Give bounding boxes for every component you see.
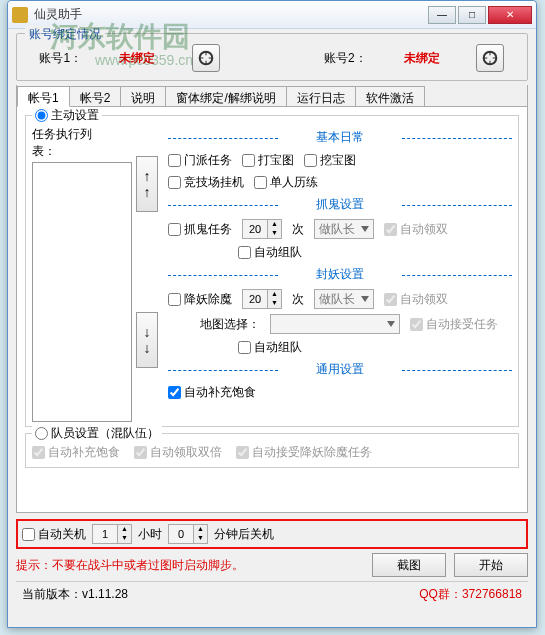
status-bar: 当前版本：v1.11.28 QQ群：372766818 bbox=[16, 581, 528, 607]
ck-arena[interactable] bbox=[168, 176, 181, 189]
ghost-section-header: 抓鬼设置 bbox=[168, 196, 512, 213]
ck-team-double bbox=[134, 446, 147, 459]
ck-auto-food[interactable] bbox=[168, 386, 181, 399]
shutdown-row: 自动关机 ▲▼ 小时 ▲▼ 分钟后关机 bbox=[16, 519, 528, 549]
active-radio[interactable] bbox=[35, 109, 48, 122]
ghost-times-spinner[interactable]: ▲▼ bbox=[242, 219, 282, 239]
acc1-status: 未绑定 bbox=[119, 50, 155, 67]
map-select[interactable] bbox=[270, 314, 400, 334]
version-text: v1.11.28 bbox=[82, 587, 128, 601]
ck-auto-accept bbox=[410, 318, 423, 331]
ck-ghost-task[interactable] bbox=[168, 223, 181, 236]
maximize-button[interactable]: □ bbox=[458, 6, 486, 24]
ck-sect-task[interactable] bbox=[168, 154, 181, 167]
monster-section-header: 封妖设置 bbox=[168, 266, 512, 283]
minimize-button[interactable]: — bbox=[428, 6, 456, 24]
tab-account2[interactable]: 帐号2 bbox=[69, 86, 122, 106]
ck-auto-shutdown[interactable] bbox=[22, 528, 35, 541]
main-tabs: 帐号1 帐号2 说明 窗体绑定/解绑说明 运行日志 软件激活 主动设置 任务执行… bbox=[16, 85, 528, 513]
monster-role-select[interactable]: 做队长 bbox=[314, 289, 374, 309]
tab-strip: 帐号1 帐号2 说明 窗体绑定/解绑说明 运行日志 软件激活 bbox=[17, 85, 527, 107]
mins-spinner[interactable]: ▲▼ bbox=[168, 524, 208, 544]
task-list[interactable] bbox=[32, 162, 132, 422]
task-list-label: 任务执行列表： bbox=[32, 126, 108, 160]
window-title: 仙灵助手 bbox=[34, 6, 426, 23]
ck-monster-task[interactable] bbox=[168, 293, 181, 306]
acc2-label: 账号2： bbox=[324, 50, 367, 67]
team-radio[interactable] bbox=[35, 427, 48, 440]
ck-ghost-autoteam[interactable] bbox=[238, 246, 251, 259]
tab-account1[interactable]: 帐号1 bbox=[17, 86, 70, 107]
ck-team-accept bbox=[236, 446, 249, 459]
group-title: 账号绑定情况 bbox=[25, 26, 105, 43]
start-button[interactable]: 开始 bbox=[454, 553, 528, 577]
ck-ghost-double bbox=[384, 223, 397, 236]
acc2-bind-button[interactable] bbox=[476, 44, 504, 72]
ck-dig-treasure[interactable] bbox=[304, 154, 317, 167]
active-settings-group: 主动设置 任务执行列表： ↑↑ ↓↓ 基本日常 bbox=[25, 115, 519, 427]
app-icon bbox=[12, 7, 28, 23]
team-settings-group: 队员设置（混队伍） 自动补充饱食 自动领取双倍 自动接受降妖除魔任务 bbox=[25, 433, 519, 468]
move-up-button[interactable]: ↑↑ bbox=[136, 156, 158, 212]
tab-help[interactable]: 说明 bbox=[120, 86, 166, 106]
app-window: 仙灵助手 — □ ✕ 账号绑定情况 账号1： 未绑定 账号2： 未绑定 帐号1 … bbox=[7, 0, 537, 628]
acc2-status: 未绑定 bbox=[404, 50, 440, 67]
account-bind-group: 账号绑定情况 账号1： 未绑定 账号2： 未绑定 bbox=[16, 33, 528, 81]
general-section-header: 通用设置 bbox=[168, 361, 512, 378]
titlebar[interactable]: 仙灵助手 — □ ✕ bbox=[8, 1, 536, 29]
ck-solo-train[interactable] bbox=[254, 176, 267, 189]
acc1-label: 账号1： bbox=[39, 50, 82, 67]
hint-text: 提示：不要在战斗中或者过图时启动脚步。 bbox=[16, 557, 364, 574]
active-radio-label: 主动设置 bbox=[51, 107, 99, 124]
move-down-button[interactable]: ↓↓ bbox=[136, 312, 158, 368]
ck-team-food bbox=[32, 446, 45, 459]
team-radio-label: 队员设置（混队伍） bbox=[51, 425, 159, 442]
ck-monster-autoteam[interactable] bbox=[238, 341, 251, 354]
map-label: 地图选择： bbox=[200, 316, 260, 333]
tab-bind-help[interactable]: 窗体绑定/解绑说明 bbox=[165, 86, 286, 106]
ghost-role-select[interactable]: 做队长 bbox=[314, 219, 374, 239]
ck-treasure-map[interactable] bbox=[242, 154, 255, 167]
tab-activate[interactable]: 软件激活 bbox=[355, 86, 425, 106]
ck-monster-double bbox=[384, 293, 397, 306]
screenshot-button[interactable]: 截图 bbox=[372, 553, 446, 577]
acc1-bind-button[interactable] bbox=[192, 44, 220, 72]
tab-log[interactable]: 运行日志 bbox=[286, 86, 356, 106]
hours-spinner[interactable]: ▲▼ bbox=[92, 524, 132, 544]
qq-number: 372766818 bbox=[462, 587, 522, 601]
close-button[interactable]: ✕ bbox=[488, 6, 532, 24]
basic-section-header: 基本日常 bbox=[168, 129, 512, 146]
monster-times-spinner[interactable]: ▲▼ bbox=[242, 289, 282, 309]
